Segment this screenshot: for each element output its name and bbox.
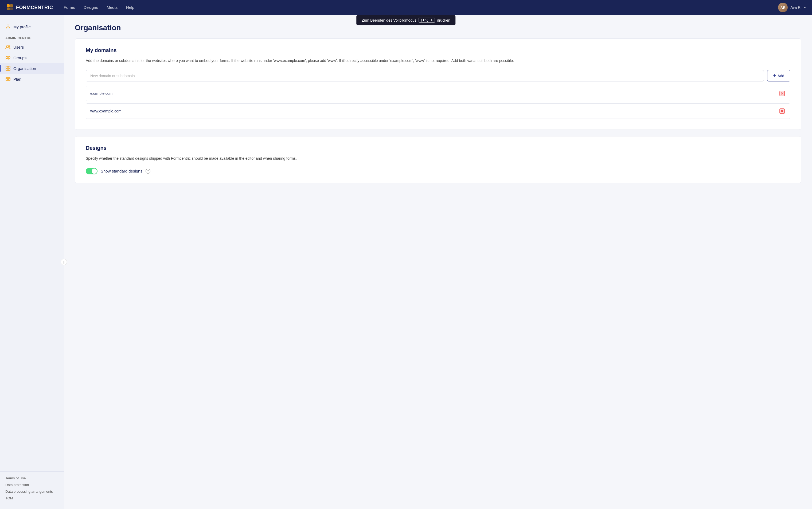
add-button-label: Add (778, 74, 784, 78)
my-domains-card: My domains Add the domains or subdomains… (75, 38, 801, 130)
svg-point-5 (7, 45, 8, 47)
domain-input[interactable] (86, 70, 764, 81)
sidebar-item-my-profile[interactable]: My profile (0, 21, 64, 32)
svg-rect-7 (6, 56, 8, 58)
user-menu[interactable]: AR Ava R. ▾ (778, 3, 806, 12)
nav-designs[interactable]: Designs (83, 5, 98, 10)
sidebar-item-organisation[interactable]: Organisation (0, 63, 64, 74)
domain-list-item: www.example.com (86, 103, 790, 119)
designs-title: Designs (86, 145, 790, 151)
chevron-down-icon: ▾ (804, 6, 806, 9)
help-icon[interactable]: ? (145, 169, 150, 174)
designs-card: Designs Specify whether the standard des… (75, 136, 801, 183)
svg-rect-13 (6, 77, 10, 81)
toggle-row: Show standard designs ? (86, 168, 790, 174)
domain-value: www.example.com (90, 109, 122, 113)
tooltip-suffix: drücken (437, 18, 450, 23)
domain-list: example.com www.example.com (86, 86, 790, 119)
svg-rect-8 (8, 56, 10, 58)
my-domains-title: My domains (86, 47, 790, 54)
add-domain-button[interactable]: + Add (767, 70, 790, 81)
svg-rect-9 (6, 66, 8, 68)
plus-icon: + (773, 73, 776, 78)
sidebar-footer: Terms of Use Data protection Data proces… (0, 471, 64, 505)
domain-value: example.com (90, 91, 112, 96)
sidebar-item-organisation-label: Organisation (13, 66, 36, 71)
domain-input-row: + Add (86, 70, 790, 81)
user-name: Ava R. (790, 5, 802, 10)
admin-centre-title: Admin centre (0, 32, 64, 42)
tom-link[interactable]: TOM (5, 495, 59, 502)
groups-icon (5, 55, 11, 60)
sidebar: My profile Admin centre Users (0, 15, 64, 509)
svg-rect-12 (8, 69, 10, 70)
data-protection-link[interactable]: Data protection (5, 481, 59, 488)
terms-link[interactable]: Terms of Use (5, 475, 59, 481)
designs-description: Specify whether the standard designs shi… (86, 156, 790, 161)
svg-point-4 (7, 25, 9, 27)
svg-rect-3 (10, 7, 13, 10)
sidebar-item-users[interactable]: Users (0, 42, 64, 52)
tooltip-prefix: Zum Beenden des Vollbildmodus (362, 18, 416, 23)
fullscreen-tooltip: Zum Beenden des Vollbildmodus (fn) F drü… (356, 15, 455, 25)
my-domains-description: Add the domains or subdomains for the we… (86, 58, 790, 64)
show-standard-designs-toggle[interactable] (86, 168, 98, 174)
toggle-label: Show standard designs (101, 169, 142, 173)
sidebar-item-users-label: Users (13, 45, 24, 49)
svg-rect-2 (7, 7, 10, 10)
avatar-initials: AR (780, 6, 785, 10)
svg-rect-0 (7, 4, 10, 7)
app-logo[interactable]: FORMCENTRIC (6, 4, 53, 11)
main-content: Organisation My domains Add the domains … (64, 15, 812, 509)
app-name: FORMCENTRIC (16, 5, 53, 10)
sidebar-item-groups[interactable]: Groups (0, 52, 64, 63)
delete-domain-button[interactable] (778, 90, 786, 97)
delete-domain-button[interactable] (778, 107, 786, 115)
nav-forms[interactable]: Forms (64, 5, 75, 10)
profile-icon (5, 24, 11, 29)
plan-icon (5, 76, 11, 82)
nav-media[interactable]: Media (107, 5, 117, 10)
tooltip-key: (fn) F (418, 18, 435, 23)
sidebar-collapse-button[interactable]: ‖ (61, 259, 67, 265)
data-processing-link[interactable]: Data processing arrangements (5, 488, 59, 495)
avatar: AR (778, 3, 788, 12)
svg-point-6 (9, 45, 10, 47)
sidebar-item-plan-label: Plan (13, 77, 21, 81)
top-navigation: FORMCENTRIC Forms Designs Media Help AR … (0, 0, 812, 15)
nav-help[interactable]: Help (126, 5, 134, 10)
active-indicator (0, 65, 1, 72)
my-profile-label: My profile (13, 25, 31, 29)
sidebar-item-groups-label: Groups (13, 56, 27, 60)
nav-links: Forms Designs Media Help (64, 5, 134, 10)
svg-rect-1 (10, 4, 13, 7)
svg-rect-11 (6, 69, 8, 70)
domain-list-item: example.com (86, 86, 790, 101)
svg-rect-10 (8, 66, 10, 68)
org-icon (5, 66, 11, 71)
users-icon (5, 44, 11, 50)
sidebar-item-plan[interactable]: Plan (0, 74, 64, 84)
